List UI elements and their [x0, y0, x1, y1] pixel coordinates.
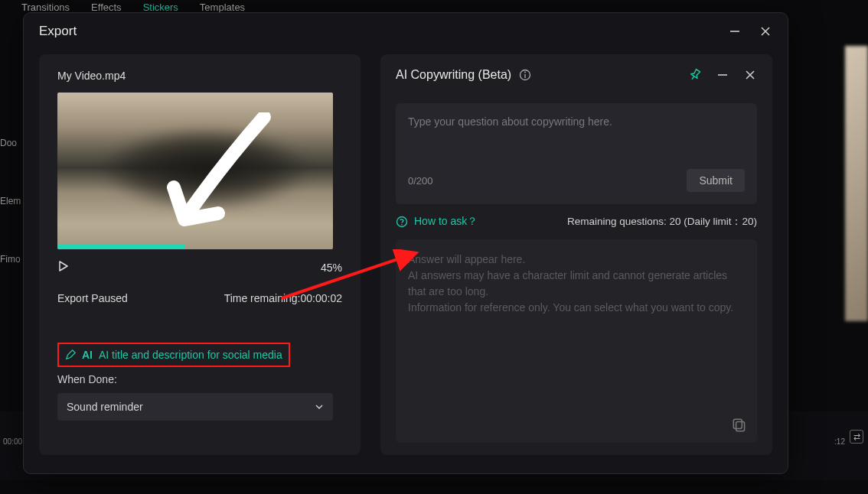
info-icon[interactable] [519, 69, 531, 81]
question-textarea[interactable] [408, 115, 745, 161]
menu-effects[interactable]: Effects [91, 2, 122, 13]
export-modal: Export My Video.mp4 [23, 12, 788, 474]
menu-transitions[interactable]: Transitions [21, 2, 70, 13]
modal-title: Export [39, 24, 77, 39]
video-preview [57, 93, 333, 249]
export-left-panel: My Video.mp4 45% Export Paused Time rema [39, 54, 361, 455]
chevron-down-icon [315, 402, 324, 411]
ai-badge-icon: AI [82, 349, 93, 361]
sidebar-label-elem: Elem [0, 196, 21, 206]
bg-top-menu: Transitions Effects Stickers Templates [21, 2, 245, 13]
bg-preview-edge [845, 46, 868, 321]
close-button[interactable] [759, 24, 772, 38]
how-to-ask-text: How to ask？ [414, 215, 478, 229]
question-input-box: 0/200 Submit [396, 103, 757, 204]
answer-placeholder-line2: AI answers may have a character limit an… [408, 268, 745, 300]
time-remaining: Time remaining:00:00:02 [224, 292, 342, 304]
ai-social-media-link[interactable]: AI AI title and description for social m… [57, 343, 290, 367]
answer-placeholder-line1: Answer will appear here. [408, 252, 745, 268]
ai-close-button[interactable] [743, 68, 757, 82]
svg-marker-3 [60, 262, 67, 271]
window-controls [728, 24, 772, 38]
timeline-tc-left: 00:00 [3, 437, 22, 446]
export-filename: My Video.mp4 [57, 70, 342, 82]
export-percent: 45% [321, 262, 342, 274]
preview-arrow-annotation [165, 112, 279, 235]
menu-templates[interactable]: Templates [200, 2, 245, 13]
answer-placeholder-line3: Information for reference only. You can … [408, 300, 745, 316]
svg-rect-13 [733, 419, 742, 428]
pencil-icon [65, 349, 76, 360]
svg-point-6 [524, 72, 526, 73]
export-progress-bar [57, 245, 184, 249]
minimize-button[interactable] [728, 24, 742, 38]
ai-panel-title: AI Copywriting (Beta) [396, 68, 511, 82]
copy-icon[interactable] [731, 417, 748, 434]
ai-copywriting-panel: AI Copywriting (Beta) [380, 54, 772, 455]
submit-button[interactable]: Submit [687, 169, 745, 192]
pin-icon[interactable] [688, 68, 702, 82]
export-status: Export Paused [57, 292, 128, 304]
question-circle-icon [396, 216, 408, 228]
sidebar-label-doo: Doo [0, 138, 21, 148]
answer-box: Answer will appear here. AI answers may … [396, 239, 757, 443]
sidebar-label-fimo: Fimo [0, 254, 21, 265]
ai-link-text: AI title and description for social medi… [99, 349, 282, 361]
ai-minimize-button[interactable] [716, 68, 729, 82]
bg-sidebar: Doo Elem Fimo [0, 138, 21, 265]
char-count: 0/200 [408, 175, 433, 187]
swap-icon[interactable]: ⇄ [850, 430, 863, 444]
play-button[interactable] [57, 260, 73, 275]
remaining-questions: Remaining questions: 20 (Daily limit：20) [567, 215, 757, 229]
modal-header: Export [24, 13, 788, 47]
svg-rect-12 [736, 422, 745, 431]
svg-point-11 [401, 224, 403, 226]
when-done-label: When Done: [57, 373, 342, 385]
menu-stickers[interactable]: Stickers [143, 2, 178, 13]
dropdown-value: Sound reminder [67, 401, 143, 413]
when-done-dropdown[interactable]: Sound reminder [57, 393, 333, 421]
how-to-ask-link[interactable]: How to ask？ [396, 215, 478, 229]
timeline-tc-right: :12 [834, 437, 845, 446]
